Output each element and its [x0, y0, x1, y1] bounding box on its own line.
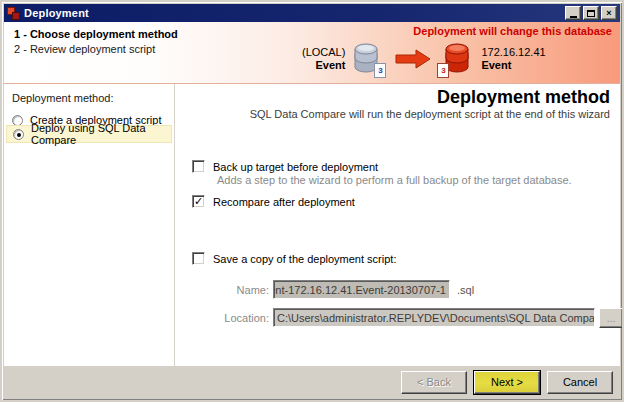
radio-icon[interactable] [12, 115, 23, 126]
deployment-method-label: Deployment method: [12, 92, 114, 104]
wizard-step-next: 2 - Review deployment script [14, 42, 178, 57]
back-button[interactable]: < Back [401, 371, 467, 394]
deployment-dialog: Deployment × 1 - Choose deployment metho… [0, 0, 624, 402]
deployment-method-panel: Deployment method: Create a deployment s… [4, 84, 175, 368]
source-database-icon: 3 [354, 40, 386, 78]
target-script-badge-icon: 3 [437, 63, 449, 78]
minimize-icon[interactable] [565, 6, 581, 20]
red-arrow-right-icon [395, 49, 431, 69]
page-subtitle: SQL Data Compare will run the deployment… [250, 108, 610, 120]
source-database-label: (LOCAL) Event [302, 46, 345, 72]
source-server: (LOCAL) [302, 46, 345, 59]
wizard-header: 1 - Choose deployment method 2 - Review … [4, 22, 620, 84]
cancel-button[interactable]: Cancel [547, 371, 613, 394]
checkbox-recompare[interactable]: ✓ Recompare after deployment [192, 195, 355, 208]
location-field-label: Location: [199, 312, 269, 324]
deployment-warning-text: Deployment will change this database [413, 25, 612, 37]
main-panel: Deployment method SQL Data Compare will … [175, 84, 620, 368]
checkbox-unchecked-icon[interactable] [192, 252, 205, 265]
checkbox-unchecked-icon[interactable] [192, 160, 205, 173]
checkbox-checked-icon[interactable]: ✓ [192, 195, 205, 208]
checkbox-save-copy[interactable]: Save a copy of the deployment script: [192, 252, 396, 265]
source-database: Event [302, 59, 345, 72]
target-server: 172.16.12.41 [481, 46, 545, 59]
target-database: Event [481, 59, 545, 72]
radio-deploy-using-sql-data-compare[interactable]: Deploy using SQL Data Compare [6, 125, 172, 143]
close-icon[interactable]: × [601, 6, 617, 20]
checkbox-backup-description: Adds a step to the wizard to perform a f… [217, 174, 572, 186]
name-field-label: Name: [199, 284, 269, 296]
checkbox-backup-target[interactable]: Back up target before deployment [192, 160, 378, 173]
radio-label: Deploy using SQL Data Compare [31, 122, 171, 146]
page-title: Deployment method [437, 87, 610, 108]
sql-extension-label: .sql [457, 284, 474, 296]
footer-bar: < Back Next > Cancel [4, 366, 620, 398]
database-mapping-graphic: (LOCAL) Event 3 [302, 40, 546, 78]
target-database-label: 172.16.12.41 Event [481, 46, 545, 72]
window-title: Deployment [24, 7, 89, 19]
titlebar[interactable]: Deployment × [4, 4, 620, 22]
radio-selected-icon[interactable] [13, 129, 24, 140]
maximize-icon[interactable] [583, 6, 599, 20]
sql-data-compare-app-icon [7, 7, 20, 20]
browse-button[interactable]: ... [599, 308, 623, 328]
location-field[interactable]: C:\Users\administrator.REPLYDEV\Document… [273, 308, 595, 327]
name-field[interactable]: local.Event-172.16.12.41.Event-20130707-… [273, 280, 450, 299]
next-button[interactable]: Next > [474, 371, 540, 394]
source-script-badge-icon: 3 [374, 63, 386, 78]
wizard-step-current: 1 - Choose deployment method [14, 27, 178, 42]
target-database-icon: 3 [440, 40, 472, 78]
